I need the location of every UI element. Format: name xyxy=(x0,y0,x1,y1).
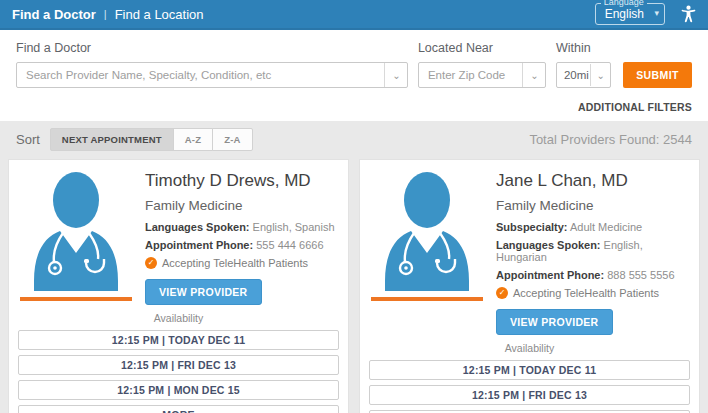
search-row: Find a Doctor ⌄ Located Near ⌄ Within 20… xyxy=(16,41,692,88)
card-top: Jane L Chan, MD Family Medicine Subspeci… xyxy=(360,160,699,335)
sort-button-group: NEXT APPOINTMENT A-Z Z-A xyxy=(50,128,253,151)
field-value: English, Spanish xyxy=(253,221,335,233)
field-label: Appointment Phone: xyxy=(496,269,604,281)
accent-line xyxy=(371,297,483,301)
provider-field: Languages Spoken: English, Hungarian xyxy=(496,239,689,263)
chevron-down-icon[interactable]: ⌄ xyxy=(384,63,408,87)
provider-specialty: Family Medicine xyxy=(496,198,689,213)
accent-line xyxy=(20,297,132,301)
doctor-avatar xyxy=(377,169,477,293)
provider-field: Languages Spoken: English, Spanish xyxy=(145,221,338,233)
provider-field: Subspecialty: Adult Medicine xyxy=(496,221,689,233)
provider-field: Appointment Phone: 555 444 6666 xyxy=(145,239,338,251)
avatar-column xyxy=(368,169,486,335)
find-a-doctor-page: Find a Doctor | Find a Location Language… xyxy=(0,0,708,413)
availability-label: Availability xyxy=(18,312,339,324)
field-value: 555 444 6666 xyxy=(256,239,323,251)
submit-button[interactable]: SUBMIT xyxy=(623,62,692,88)
more-slots-button[interactable]: MORE xyxy=(18,405,339,413)
sort-next-appointment-button[interactable]: NEXT APPOINTMENT xyxy=(50,128,174,151)
check-circle-icon: ✓ xyxy=(145,257,157,269)
within-label: Within xyxy=(556,41,611,55)
chevron-down-icon: ⌄ xyxy=(590,64,610,86)
appointment-slot-button[interactable]: 12:15 PM | MON DEC 15 xyxy=(18,380,339,400)
header-nav: Find a Doctor | Find a Location xyxy=(12,7,204,22)
provider-specialty: Family Medicine xyxy=(145,198,338,213)
appointment-slot-button[interactable]: 12:15 PM | FRI DEC 13 xyxy=(18,355,339,375)
availability-section: Availability 12:15 PM | TODAY DEC 11 12:… xyxy=(360,335,699,413)
language-select-value: English xyxy=(605,7,644,21)
located-near-label: Located Near xyxy=(418,41,546,55)
provider-info: Jane L Chan, MD Family Medicine Subspeci… xyxy=(486,169,689,335)
sort-za-button[interactable]: Z-A xyxy=(212,128,252,151)
provider-card: Jane L Chan, MD Family Medicine Subspeci… xyxy=(359,159,700,413)
provider-name: Jane L Chan, MD xyxy=(496,171,689,191)
check-circle-icon: ✓ xyxy=(496,287,508,299)
language-select-label: Language xyxy=(601,0,647,7)
additional-filters-link[interactable]: ADDITIONAL FILTERS xyxy=(578,101,692,113)
field-value: Adult Medicine xyxy=(570,221,642,233)
nav-find-a-doctor[interactable]: Find a Doctor xyxy=(12,7,96,22)
availability-section: Availability 12:15 PM | TODAY DEC 11 12:… xyxy=(9,305,348,413)
located-near-field-group: Located Near ⌄ xyxy=(418,41,546,88)
nav-find-a-location[interactable]: Find a Location xyxy=(115,7,204,22)
language-select[interactable]: Language English ▾ xyxy=(595,3,665,25)
nav-separator: | xyxy=(104,8,107,20)
provider-search-input[interactable] xyxy=(16,62,408,88)
total-providers-found: Total Providers Found: 2544 xyxy=(529,132,692,147)
header-bar: Find a Doctor | Find a Location Language… xyxy=(0,0,708,30)
radius-select[interactable]: 20mi ⌄ xyxy=(556,62,611,88)
view-provider-button[interactable]: VIEW PROVIDER xyxy=(496,309,613,335)
availability-label: Availability xyxy=(369,342,690,354)
field-label: Appointment Phone: xyxy=(145,239,253,251)
appointment-slot-button[interactable]: 12:15 PM | TODAY DEC 11 xyxy=(369,360,690,380)
sort-label: Sort xyxy=(16,132,40,147)
chevron-down-icon: ▾ xyxy=(654,8,659,18)
field-label: Languages Spoken: xyxy=(496,239,601,251)
search-panel: Find a Doctor ⌄ Located Near ⌄ Within 20… xyxy=(0,30,708,121)
chevron-down-icon[interactable]: ⌄ xyxy=(522,63,546,87)
filters-row: ADDITIONAL FILTERS xyxy=(16,97,692,115)
field-value: 888 555 5556 xyxy=(607,269,674,281)
telehealth-status: ✓ Accepting TeleHealth Patients xyxy=(496,287,689,299)
find-doctor-field-group: Find a Doctor ⌄ xyxy=(16,41,408,88)
within-field-group: Within 20mi ⌄ xyxy=(556,41,611,88)
field-label: Languages Spoken: xyxy=(145,221,250,233)
provider-info: Timothy D Drews, MD Family Medicine Lang… xyxy=(135,169,338,305)
telehealth-text: Accepting TeleHealth Patients xyxy=(162,257,308,269)
sort-bar: Sort NEXT APPOINTMENT A-Z Z-A Total Prov… xyxy=(0,121,708,157)
provider-name: Timothy D Drews, MD xyxy=(145,171,338,191)
accessibility-person-icon[interactable] xyxy=(681,5,696,24)
telehealth-text: Accepting TeleHealth Patients xyxy=(513,287,659,299)
find-doctor-label: Find a Doctor xyxy=(16,41,408,55)
header-right: Language English ▾ xyxy=(595,3,696,25)
avatar-column xyxy=(17,169,135,305)
radius-select-value: 20mi xyxy=(564,69,589,81)
zip-code-wrap: ⌄ xyxy=(418,62,546,88)
provider-search-wrap: ⌄ xyxy=(16,62,408,88)
card-top: Timothy D Drews, MD Family Medicine Lang… xyxy=(9,160,348,305)
doctor-avatar xyxy=(26,169,126,293)
sort-az-button[interactable]: A-Z xyxy=(173,128,213,151)
telehealth-status: ✓ Accepting TeleHealth Patients xyxy=(145,257,338,269)
field-label: Subspecialty: xyxy=(496,221,568,233)
view-provider-button[interactable]: VIEW PROVIDER xyxy=(145,279,262,305)
appointment-slot-button[interactable]: 12:15 PM | FRI DEC 13 xyxy=(369,385,690,405)
provider-cards: Timothy D Drews, MD Family Medicine Lang… xyxy=(0,157,708,413)
provider-field: Appointment Phone: 888 555 5556 xyxy=(496,269,689,281)
provider-card: Timothy D Drews, MD Family Medicine Lang… xyxy=(8,159,349,413)
appointment-slot-button[interactable]: 12:15 PM | TODAY DEC 11 xyxy=(18,330,339,350)
